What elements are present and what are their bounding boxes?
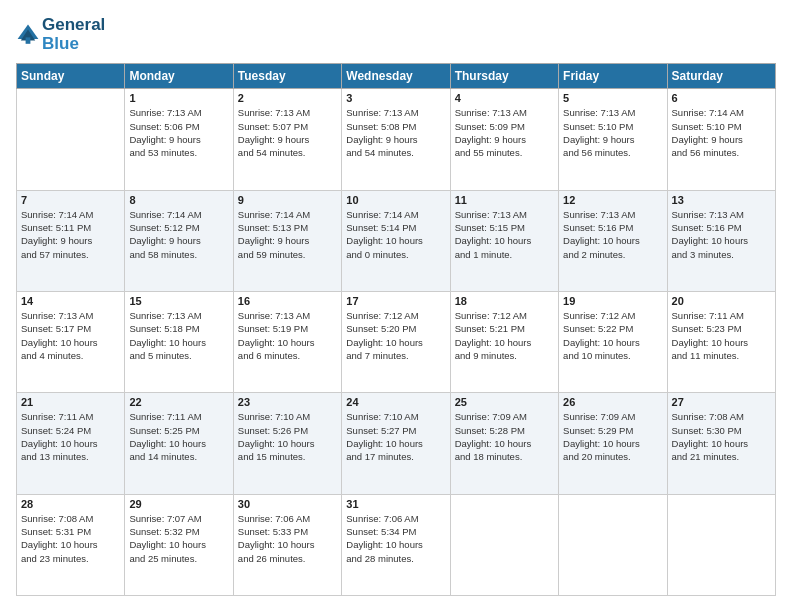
calendar-cell: 20Sunrise: 7:11 AM Sunset: 5:23 PM Dayli…	[667, 292, 775, 393]
weekday-header-cell: Thursday	[450, 64, 558, 89]
day-number: 27	[672, 396, 771, 408]
calendar-cell: 5Sunrise: 7:13 AM Sunset: 5:10 PM Daylig…	[559, 89, 667, 190]
calendar-cell: 15Sunrise: 7:13 AM Sunset: 5:18 PM Dayli…	[125, 292, 233, 393]
day-info: Sunrise: 7:14 AM Sunset: 5:14 PM Dayligh…	[346, 208, 445, 261]
day-number: 13	[672, 194, 771, 206]
weekday-header-cell: Sunday	[17, 64, 125, 89]
day-number: 7	[21, 194, 120, 206]
calendar-week-row: 21Sunrise: 7:11 AM Sunset: 5:24 PM Dayli…	[17, 393, 776, 494]
calendar-cell: 27Sunrise: 7:08 AM Sunset: 5:30 PM Dayli…	[667, 393, 775, 494]
calendar-cell: 9Sunrise: 7:14 AM Sunset: 5:13 PM Daylig…	[233, 190, 341, 291]
day-number: 12	[563, 194, 662, 206]
day-number: 17	[346, 295, 445, 307]
day-number: 18	[455, 295, 554, 307]
logo-text-line1: General	[42, 16, 105, 35]
calendar-cell: 7Sunrise: 7:14 AM Sunset: 5:11 PM Daylig…	[17, 190, 125, 291]
page-header: General Blue	[16, 16, 776, 53]
day-info: Sunrise: 7:14 AM Sunset: 5:13 PM Dayligh…	[238, 208, 337, 261]
calendar-cell: 28Sunrise: 7:08 AM Sunset: 5:31 PM Dayli…	[17, 494, 125, 595]
logo: General Blue	[16, 16, 105, 53]
day-number: 11	[455, 194, 554, 206]
day-info: Sunrise: 7:13 AM Sunset: 5:19 PM Dayligh…	[238, 309, 337, 362]
weekday-header-cell: Saturday	[667, 64, 775, 89]
day-info: Sunrise: 7:13 AM Sunset: 5:06 PM Dayligh…	[129, 106, 228, 159]
day-info: Sunrise: 7:13 AM Sunset: 5:16 PM Dayligh…	[563, 208, 662, 261]
calendar-cell: 16Sunrise: 7:13 AM Sunset: 5:19 PM Dayli…	[233, 292, 341, 393]
day-info: Sunrise: 7:13 AM Sunset: 5:18 PM Dayligh…	[129, 309, 228, 362]
day-info: Sunrise: 7:06 AM Sunset: 5:34 PM Dayligh…	[346, 512, 445, 565]
calendar-cell: 24Sunrise: 7:10 AM Sunset: 5:27 PM Dayli…	[342, 393, 450, 494]
day-info: Sunrise: 7:13 AM Sunset: 5:16 PM Dayligh…	[672, 208, 771, 261]
day-info: Sunrise: 7:11 AM Sunset: 5:23 PM Dayligh…	[672, 309, 771, 362]
day-number: 2	[238, 92, 337, 104]
calendar-cell: 29Sunrise: 7:07 AM Sunset: 5:32 PM Dayli…	[125, 494, 233, 595]
calendar-cell: 22Sunrise: 7:11 AM Sunset: 5:25 PM Dayli…	[125, 393, 233, 494]
day-number: 10	[346, 194, 445, 206]
calendar-body: 1Sunrise: 7:13 AM Sunset: 5:06 PM Daylig…	[17, 89, 776, 596]
calendar-cell	[17, 89, 125, 190]
day-info: Sunrise: 7:13 AM Sunset: 5:15 PM Dayligh…	[455, 208, 554, 261]
day-info: Sunrise: 7:12 AM Sunset: 5:20 PM Dayligh…	[346, 309, 445, 362]
day-number: 9	[238, 194, 337, 206]
day-info: Sunrise: 7:13 AM Sunset: 5:08 PM Dayligh…	[346, 106, 445, 159]
calendar-cell: 23Sunrise: 7:10 AM Sunset: 5:26 PM Dayli…	[233, 393, 341, 494]
calendar-cell: 21Sunrise: 7:11 AM Sunset: 5:24 PM Dayli…	[17, 393, 125, 494]
calendar-cell: 11Sunrise: 7:13 AM Sunset: 5:15 PM Dayli…	[450, 190, 558, 291]
calendar-cell: 1Sunrise: 7:13 AM Sunset: 5:06 PM Daylig…	[125, 89, 233, 190]
day-number: 24	[346, 396, 445, 408]
day-number: 6	[672, 92, 771, 104]
logo-icon	[16, 23, 40, 47]
day-info: Sunrise: 7:07 AM Sunset: 5:32 PM Dayligh…	[129, 512, 228, 565]
day-number: 8	[129, 194, 228, 206]
day-number: 16	[238, 295, 337, 307]
calendar-week-row: 28Sunrise: 7:08 AM Sunset: 5:31 PM Dayli…	[17, 494, 776, 595]
day-info: Sunrise: 7:11 AM Sunset: 5:25 PM Dayligh…	[129, 410, 228, 463]
calendar-cell: 12Sunrise: 7:13 AM Sunset: 5:16 PM Dayli…	[559, 190, 667, 291]
weekday-header-cell: Wednesday	[342, 64, 450, 89]
day-info: Sunrise: 7:14 AM Sunset: 5:11 PM Dayligh…	[21, 208, 120, 261]
calendar-cell: 3Sunrise: 7:13 AM Sunset: 5:08 PM Daylig…	[342, 89, 450, 190]
calendar-cell: 4Sunrise: 7:13 AM Sunset: 5:09 PM Daylig…	[450, 89, 558, 190]
calendar-cell: 25Sunrise: 7:09 AM Sunset: 5:28 PM Dayli…	[450, 393, 558, 494]
calendar-cell: 26Sunrise: 7:09 AM Sunset: 5:29 PM Dayli…	[559, 393, 667, 494]
calendar-cell: 6Sunrise: 7:14 AM Sunset: 5:10 PM Daylig…	[667, 89, 775, 190]
calendar-cell: 8Sunrise: 7:14 AM Sunset: 5:12 PM Daylig…	[125, 190, 233, 291]
day-number: 25	[455, 396, 554, 408]
day-info: Sunrise: 7:06 AM Sunset: 5:33 PM Dayligh…	[238, 512, 337, 565]
day-number: 1	[129, 92, 228, 104]
day-number: 4	[455, 92, 554, 104]
day-info: Sunrise: 7:13 AM Sunset: 5:17 PM Dayligh…	[21, 309, 120, 362]
day-info: Sunrise: 7:09 AM Sunset: 5:28 PM Dayligh…	[455, 410, 554, 463]
calendar-week-row: 1Sunrise: 7:13 AM Sunset: 5:06 PM Daylig…	[17, 89, 776, 190]
calendar-week-row: 7Sunrise: 7:14 AM Sunset: 5:11 PM Daylig…	[17, 190, 776, 291]
calendar-cell: 14Sunrise: 7:13 AM Sunset: 5:17 PM Dayli…	[17, 292, 125, 393]
calendar-cell: 2Sunrise: 7:13 AM Sunset: 5:07 PM Daylig…	[233, 89, 341, 190]
calendar-cell	[667, 494, 775, 595]
day-number: 22	[129, 396, 228, 408]
svg-rect-2	[26, 37, 31, 43]
day-info: Sunrise: 7:09 AM Sunset: 5:29 PM Dayligh…	[563, 410, 662, 463]
calendar-cell	[559, 494, 667, 595]
day-info: Sunrise: 7:11 AM Sunset: 5:24 PM Dayligh…	[21, 410, 120, 463]
day-info: Sunrise: 7:14 AM Sunset: 5:10 PM Dayligh…	[672, 106, 771, 159]
day-number: 21	[21, 396, 120, 408]
day-number: 26	[563, 396, 662, 408]
day-number: 15	[129, 295, 228, 307]
calendar-cell: 31Sunrise: 7:06 AM Sunset: 5:34 PM Dayli…	[342, 494, 450, 595]
day-number: 5	[563, 92, 662, 104]
day-number: 19	[563, 295, 662, 307]
day-number: 30	[238, 498, 337, 510]
weekday-header-cell: Monday	[125, 64, 233, 89]
day-info: Sunrise: 7:13 AM Sunset: 5:10 PM Dayligh…	[563, 106, 662, 159]
day-info: Sunrise: 7:14 AM Sunset: 5:12 PM Dayligh…	[129, 208, 228, 261]
day-number: 3	[346, 92, 445, 104]
day-info: Sunrise: 7:13 AM Sunset: 5:09 PM Dayligh…	[455, 106, 554, 159]
logo-text-line2: Blue	[42, 35, 105, 54]
day-number: 20	[672, 295, 771, 307]
calendar-cell: 19Sunrise: 7:12 AM Sunset: 5:22 PM Dayli…	[559, 292, 667, 393]
day-info: Sunrise: 7:13 AM Sunset: 5:07 PM Dayligh…	[238, 106, 337, 159]
weekday-header-cell: Tuesday	[233, 64, 341, 89]
calendar-cell: 10Sunrise: 7:14 AM Sunset: 5:14 PM Dayli…	[342, 190, 450, 291]
weekday-header-cell: Friday	[559, 64, 667, 89]
calendar-cell: 17Sunrise: 7:12 AM Sunset: 5:20 PM Dayli…	[342, 292, 450, 393]
